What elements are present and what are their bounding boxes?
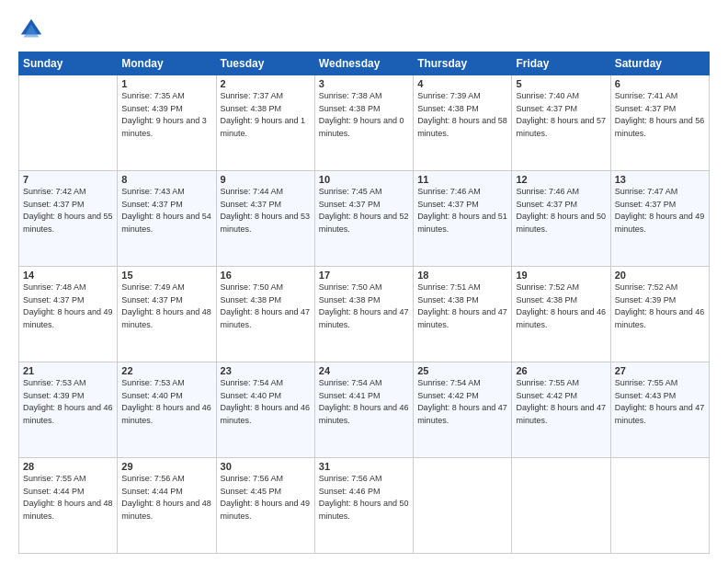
day-info: Sunrise: 7:54 AMSunset: 4:42 PMDaylight:… — [417, 377, 507, 427]
day-info: Sunrise: 7:46 AMSunset: 4:37 PMDaylight:… — [516, 186, 606, 236]
calendar-header-wednesday: Wednesday — [314, 52, 413, 75]
day-number: 17 — [319, 270, 409, 281]
day-number: 9 — [221, 174, 311, 185]
calendar-cell: 13 Sunrise: 7:47 AMSunset: 4:37 PMDaylig… — [610, 171, 709, 267]
day-info: Sunrise: 7:45 AMSunset: 4:37 PMDaylight:… — [319, 186, 409, 236]
day-number: 31 — [319, 461, 409, 472]
calendar-cell: 30 Sunrise: 7:56 AMSunset: 4:45 PMDaylig… — [216, 458, 314, 554]
calendar-cell: 31 Sunrise: 7:56 AMSunset: 4:46 PMDaylig… — [314, 458, 413, 554]
day-number: 8 — [121, 174, 211, 185]
calendar-header-friday: Friday — [512, 52, 610, 75]
day-info: Sunrise: 7:54 AMSunset: 4:41 PMDaylight:… — [319, 377, 409, 427]
day-number: 3 — [319, 78, 409, 89]
day-number: 2 — [221, 78, 311, 89]
calendar-cell: 27 Sunrise: 7:55 AMSunset: 4:43 PMDaylig… — [610, 362, 709, 458]
day-number: 14 — [23, 270, 113, 281]
calendar-cell: 7 Sunrise: 7:42 AMSunset: 4:37 PMDayligh… — [19, 171, 118, 267]
calendar-cell — [414, 458, 512, 554]
calendar-cell: 11 Sunrise: 7:46 AMSunset: 4:37 PMDaylig… — [414, 171, 512, 267]
calendar-cell: 4 Sunrise: 7:39 AMSunset: 4:38 PMDayligh… — [414, 75, 512, 171]
calendar-cell: 25 Sunrise: 7:54 AMSunset: 4:42 PMDaylig… — [414, 362, 512, 458]
calendar-header-tuesday: Tuesday — [216, 52, 314, 75]
calendar-cell: 6 Sunrise: 7:41 AMSunset: 4:37 PMDayligh… — [610, 75, 709, 171]
header — [18, 17, 710, 42]
day-number: 20 — [615, 270, 705, 281]
calendar-week-row: 7 Sunrise: 7:42 AMSunset: 4:37 PMDayligh… — [19, 171, 710, 267]
calendar-header-row: SundayMondayTuesdayWednesdayThursdayFrid… — [19, 52, 710, 75]
day-info: Sunrise: 7:41 AMSunset: 4:37 PMDaylight:… — [615, 90, 705, 140]
calendar-week-row: 21 Sunrise: 7:53 AMSunset: 4:39 PMDaylig… — [19, 362, 710, 458]
day-number: 22 — [121, 365, 211, 376]
day-info: Sunrise: 7:48 AMSunset: 4:37 PMDaylight:… — [23, 282, 113, 331]
calendar-cell: 16 Sunrise: 7:50 AMSunset: 4:38 PMDaylig… — [216, 267, 314, 362]
calendar-week-row: 14 Sunrise: 7:48 AMSunset: 4:37 PMDaylig… — [19, 267, 710, 362]
day-info: Sunrise: 7:52 AMSunset: 4:39 PMDaylight:… — [615, 282, 705, 331]
calendar-cell: 12 Sunrise: 7:46 AMSunset: 4:37 PMDaylig… — [512, 171, 610, 267]
logo-icon — [18, 17, 44, 42]
day-number: 27 — [615, 365, 705, 376]
calendar-header-sunday: Sunday — [19, 52, 118, 75]
day-info: Sunrise: 7:37 AMSunset: 4:38 PMDaylight:… — [221, 90, 311, 140]
day-number: 25 — [417, 365, 507, 376]
day-number: 6 — [615, 78, 705, 89]
day-number: 5 — [516, 78, 606, 89]
day-info: Sunrise: 7:56 AMSunset: 4:45 PMDaylight:… — [221, 473, 311, 523]
day-number: 13 — [615, 174, 705, 185]
day-number: 7 — [23, 174, 113, 185]
calendar-cell: 1 Sunrise: 7:35 AMSunset: 4:39 PMDayligh… — [118, 75, 216, 171]
day-info: Sunrise: 7:50 AMSunset: 4:38 PMDaylight:… — [221, 282, 311, 331]
calendar-cell: 29 Sunrise: 7:56 AMSunset: 4:44 PMDaylig… — [118, 458, 216, 554]
day-number: 29 — [121, 461, 211, 472]
calendar-cell — [512, 458, 610, 554]
day-info: Sunrise: 7:49 AMSunset: 4:37 PMDaylight:… — [121, 282, 211, 331]
day-info: Sunrise: 7:35 AMSunset: 4:39 PMDaylight:… — [121, 90, 211, 140]
calendar-cell: 21 Sunrise: 7:53 AMSunset: 4:39 PMDaylig… — [19, 362, 118, 458]
calendar-cell: 5 Sunrise: 7:40 AMSunset: 4:37 PMDayligh… — [512, 75, 610, 171]
day-number: 4 — [417, 78, 507, 89]
calendar-cell: 28 Sunrise: 7:55 AMSunset: 4:44 PMDaylig… — [19, 458, 118, 554]
day-info: Sunrise: 7:44 AMSunset: 4:37 PMDaylight:… — [221, 186, 311, 236]
calendar-cell — [19, 75, 118, 171]
day-info: Sunrise: 7:56 AMSunset: 4:44 PMDaylight:… — [121, 473, 211, 523]
calendar-cell: 8 Sunrise: 7:43 AMSunset: 4:37 PMDayligh… — [118, 171, 216, 267]
day-info: Sunrise: 7:56 AMSunset: 4:46 PMDaylight:… — [319, 473, 409, 523]
day-number: 28 — [23, 461, 113, 472]
day-number: 12 — [516, 174, 606, 185]
day-info: Sunrise: 7:53 AMSunset: 4:40 PMDaylight:… — [121, 377, 211, 427]
calendar-header-thursday: Thursday — [414, 52, 512, 75]
day-info: Sunrise: 7:46 AMSunset: 4:37 PMDaylight:… — [417, 186, 507, 236]
day-number: 16 — [221, 270, 311, 281]
calendar-header-monday: Monday — [118, 52, 216, 75]
day-info: Sunrise: 7:50 AMSunset: 4:38 PMDaylight:… — [319, 282, 409, 331]
day-info: Sunrise: 7:55 AMSunset: 4:44 PMDaylight:… — [23, 473, 113, 523]
calendar-cell: 18 Sunrise: 7:51 AMSunset: 4:38 PMDaylig… — [414, 267, 512, 362]
logo — [18, 17, 48, 42]
calendar-table: SundayMondayTuesdayWednesdayThursdayFrid… — [18, 52, 710, 554]
day-number: 10 — [319, 174, 409, 185]
day-info: Sunrise: 7:53 AMSunset: 4:39 PMDaylight:… — [23, 377, 113, 427]
calendar-cell: 2 Sunrise: 7:37 AMSunset: 4:38 PMDayligh… — [216, 75, 314, 171]
day-number: 19 — [516, 270, 606, 281]
day-info: Sunrise: 7:47 AMSunset: 4:37 PMDaylight:… — [615, 186, 705, 236]
calendar-cell: 23 Sunrise: 7:54 AMSunset: 4:40 PMDaylig… — [216, 362, 314, 458]
day-number: 30 — [221, 461, 311, 472]
calendar-cell: 14 Sunrise: 7:48 AMSunset: 4:37 PMDaylig… — [19, 267, 118, 362]
calendar-cell: 3 Sunrise: 7:38 AMSunset: 4:38 PMDayligh… — [314, 75, 413, 171]
day-number: 15 — [121, 270, 211, 281]
calendar-cell: 10 Sunrise: 7:45 AMSunset: 4:37 PMDaylig… — [314, 171, 413, 267]
calendar-cell: 15 Sunrise: 7:49 AMSunset: 4:37 PMDaylig… — [118, 267, 216, 362]
page: SundayMondayTuesdayWednesdayThursdayFrid… — [0, 0, 728, 563]
calendar-cell — [610, 458, 709, 554]
calendar-cell: 24 Sunrise: 7:54 AMSunset: 4:41 PMDaylig… — [314, 362, 413, 458]
calendar-cell: 9 Sunrise: 7:44 AMSunset: 4:37 PMDayligh… — [216, 171, 314, 267]
day-info: Sunrise: 7:38 AMSunset: 4:38 PMDaylight:… — [319, 90, 409, 140]
day-info: Sunrise: 7:40 AMSunset: 4:37 PMDaylight:… — [516, 90, 606, 140]
day-number: 26 — [516, 365, 606, 376]
calendar-cell: 26 Sunrise: 7:55 AMSunset: 4:42 PMDaylig… — [512, 362, 610, 458]
calendar-header-saturday: Saturday — [610, 52, 709, 75]
day-info: Sunrise: 7:43 AMSunset: 4:37 PMDaylight:… — [121, 186, 211, 236]
calendar-cell: 17 Sunrise: 7:50 AMSunset: 4:38 PMDaylig… — [314, 267, 413, 362]
day-number: 24 — [319, 365, 409, 376]
day-info: Sunrise: 7:51 AMSunset: 4:38 PMDaylight:… — [417, 282, 507, 331]
day-number: 11 — [417, 174, 507, 185]
